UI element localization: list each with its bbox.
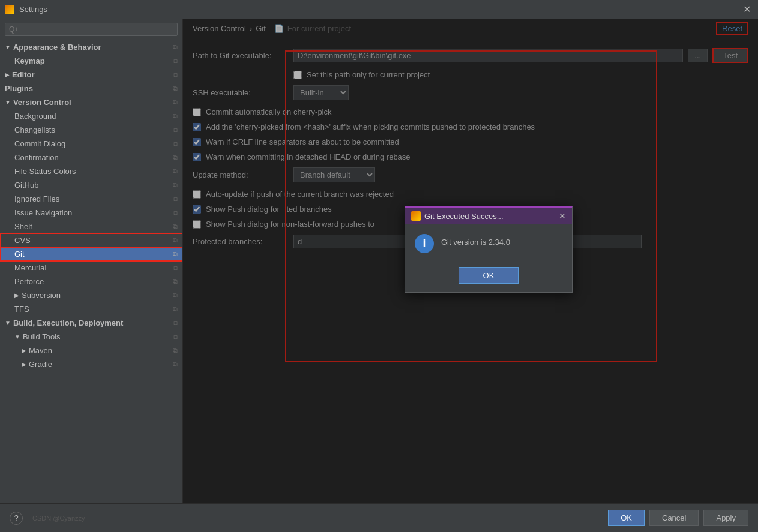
sidebar-item-label: Mercurial: [14, 263, 46, 272]
sidebar-item-appearance[interactable]: ▼ Appearance & Behavior ⧉: [0, 40, 182, 54]
sidebar: ▼ Appearance & Behavior ⧉ Keymap ⧉ ▶ Edi…: [0, 19, 183, 503]
sidebar-item-build-execution[interactable]: ▼ Build, Execution, Deployment ⧉: [0, 316, 182, 330]
sidebar-item-label: Shelf: [14, 222, 32, 231]
sidebar-item-commit-dialog[interactable]: Commit Dialog ⧉: [0, 137, 182, 151]
sidebar-item-editor[interactable]: ▶ Editor ⧉: [0, 68, 182, 82]
copy-icon: ⧉: [173, 112, 178, 120]
sidebar-item-mercurial[interactable]: Mercurial ⧉: [0, 261, 182, 275]
help-button[interactable]: ?: [10, 512, 23, 525]
sidebar-item-cvs[interactable]: CVS ⧉: [0, 233, 182, 247]
sidebar-item-label: Plugins: [5, 84, 33, 93]
search-box[interactable]: [0, 19, 182, 40]
copy-icon: ⧉: [173, 333, 178, 341]
sidebar-item-issue-navigation[interactable]: Issue Navigation ⧉: [0, 206, 182, 220]
dialog-footer: OK: [405, 263, 572, 292]
sidebar-item-label: Maven: [29, 346, 52, 355]
toggle-icon: ▼: [5, 99, 11, 106]
sidebar-item-label: TFS: [14, 305, 29, 314]
sidebar-item-label: Commit Dialog: [14, 139, 65, 148]
footer-buttons: OK Cancel Apply: [608, 510, 748, 526]
sidebar-item-maven[interactable]: ▶ Maven ⧉: [0, 344, 182, 357]
sidebar-item-label: Gradle: [29, 360, 52, 369]
sidebar-item-tfs[interactable]: TFS ⧉: [0, 302, 182, 316]
copy-icon: ⧉: [173, 126, 178, 134]
sidebar-item-plugins[interactable]: Plugins ⧉: [0, 82, 182, 95]
sidebar-item-ignored-files[interactable]: Ignored Files ⧉: [0, 192, 182, 206]
sidebar-item-label: File Status Colors: [14, 167, 76, 176]
dialog-body: i Git version is 2.34.0: [405, 224, 572, 263]
toggle-icon: ▼: [14, 333, 20, 340]
sidebar-item-label: Subversion: [22, 291, 61, 300]
sidebar-item-label: Version Control: [13, 98, 71, 107]
copy-icon: ⧉: [173, 57, 178, 65]
window-title: Settings: [19, 5, 47, 14]
sidebar-item-background[interactable]: Background ⧉: [0, 109, 182, 123]
app-icon: [5, 5, 14, 14]
sidebar-item-confirmation[interactable]: Confirmation ⧉: [0, 151, 182, 164]
search-input[interactable]: [5, 23, 178, 36]
copy-icon: ⧉: [173, 71, 178, 79]
copy-icon: ⧉: [173, 360, 178, 368]
toggle-icon: ▶: [22, 361, 26, 368]
content-area: Version Control › Git 📄 For current proj…: [183, 19, 758, 503]
copy-icon: ⧉: [173, 181, 178, 189]
ok-button[interactable]: OK: [608, 510, 645, 526]
success-dialog: Git Executed Succes... ✕ i Git version i…: [405, 206, 573, 293]
copy-icon: ⧉: [173, 347, 178, 354]
copy-icon: ⧉: [173, 291, 178, 299]
sidebar-item-changelists[interactable]: Changelists ⧉: [0, 123, 182, 137]
toggle-icon: ▼: [5, 44, 11, 50]
cancel-button[interactable]: Cancel: [649, 510, 699, 526]
sidebar-item-version-control[interactable]: ▼ Version Control ⧉: [0, 95, 182, 109]
dialog-title: Git Executed Succes...: [424, 212, 504, 221]
copy-icon: ⧉: [173, 305, 178, 313]
copy-icon: ⧉: [173, 154, 178, 161]
dialog-close-button[interactable]: ✕: [559, 211, 566, 221]
sidebar-item-github[interactable]: GitHub ⧉: [0, 178, 182, 192]
copy-icon: ⧉: [173, 236, 178, 244]
title-bar: Settings ✕: [0, 0, 758, 19]
sidebar-item-label: GitHub: [14, 181, 38, 190]
sidebar-item-label: Confirmation: [14, 153, 59, 162]
copy-icon: ⧉: [173, 319, 178, 327]
dialog-app-icon: [411, 211, 421, 221]
toggle-icon: ▶: [5, 71, 10, 78]
copy-icon: ⧉: [173, 209, 178, 217]
toggle-icon: ▶: [22, 347, 26, 354]
sidebar-item-perforce[interactable]: Perforce ⧉: [0, 275, 182, 288]
copy-icon: ⧉: [173, 250, 178, 258]
copy-icon: ⧉: [173, 167, 178, 175]
sidebar-item-label: Editor: [12, 70, 35, 79]
copy-icon: ⧉: [173, 43, 178, 51]
watermark: CSDN @Cyanzzy: [32, 515, 85, 522]
sidebar-item-label: Perforce: [14, 277, 44, 286]
sidebar-item-git[interactable]: Git ⧉: [0, 247, 182, 261]
copy-icon: ⧉: [173, 223, 178, 230]
sidebar-item-label: Build, Execution, Deployment: [13, 318, 123, 327]
main-layout: ▼ Appearance & Behavior ⧉ Keymap ⧉ ▶ Edi…: [0, 19, 758, 503]
apply-button[interactable]: Apply: [703, 510, 748, 526]
copy-icon: ⧉: [173, 195, 178, 203]
sidebar-item-file-status-colors[interactable]: File Status Colors ⧉: [0, 164, 182, 178]
modal-overlay: Git Executed Succes... ✕ i Git version i…: [183, 19, 758, 503]
copy-icon: ⧉: [173, 278, 178, 285]
sidebar-item-label: Issue Navigation: [14, 208, 72, 217]
close-button[interactable]: ✕: [743, 5, 751, 14]
sidebar-item-label: Ignored Files: [14, 194, 59, 203]
sidebar-item-label: Keymap: [14, 56, 45, 65]
sidebar-item-label: CVS: [14, 236, 31, 245]
toggle-icon: ▼: [5, 320, 11, 326]
copy-icon: ⧉: [173, 98, 178, 106]
sidebar-item-subversion[interactable]: ▶ Subversion ⧉: [0, 288, 182, 302]
footer: ? CSDN @Cyanzzy OK Cancel Apply: [0, 503, 758, 532]
sidebar-item-label: Changelists: [14, 125, 55, 134]
sidebar-item-gradle[interactable]: ▶ Gradle ⧉: [0, 357, 182, 371]
copy-icon: ⧉: [173, 85, 178, 92]
toggle-icon: ▶: [14, 292, 19, 299]
dialog-ok-button[interactable]: OK: [459, 267, 519, 284]
sidebar-item-shelf[interactable]: Shelf ⧉: [0, 220, 182, 233]
sidebar-item-keymap[interactable]: Keymap ⧉: [0, 54, 182, 68]
sidebar-item-build-tools[interactable]: ▼ Build Tools ⧉: [0, 330, 182, 344]
sidebar-item-label: Appearance & Behavior: [13, 43, 101, 52]
copy-icon: ⧉: [173, 264, 178, 272]
